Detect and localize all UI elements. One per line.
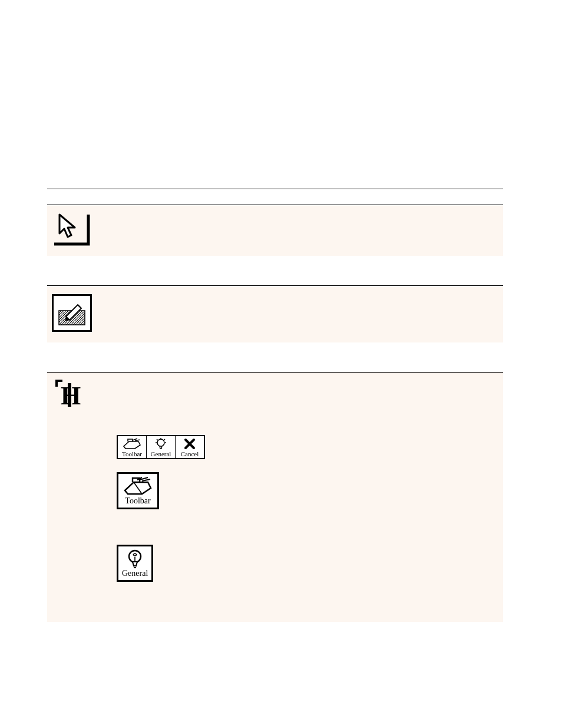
svg-point-4 — [157, 439, 164, 446]
big-button-label: General — [122, 569, 148, 578]
spacer — [47, 256, 503, 285]
toolbar-button-label: General — [151, 450, 171, 457]
spacer — [52, 416, 498, 433]
preferences-icon[interactable]: H — [55, 380, 91, 414]
spacer — [47, 189, 503, 205]
spacer — [52, 514, 498, 541]
toolbar-button-label: Cancel — [181, 450, 199, 457]
document-page: H Toolbar — [0, 0, 562, 657]
big-button-general[interactable]: General — [117, 545, 153, 582]
section-pointer-tool — [47, 205, 503, 256]
section-pencil-tool — [47, 286, 503, 342]
preferences-toolbar: Toolbar General Cancel — [117, 435, 205, 459]
svg-rect-3 — [68, 383, 71, 407]
spacer — [47, 342, 503, 372]
section-preferences: H Toolbar — [47, 373, 503, 622]
toolbar-button-cancel[interactable]: Cancel — [176, 436, 204, 458]
pencil-tool-button[interactable] — [52, 294, 92, 332]
toolbar-button-toolbar[interactable]: Toolbar — [118, 436, 147, 458]
toolbox-icon — [122, 476, 154, 496]
big-button-label: Toolbar — [125, 496, 150, 506]
cancel-x-icon — [184, 437, 196, 450]
big-button-toolbar[interactable]: Toolbar — [117, 472, 159, 509]
cursor-arrow-icon — [58, 213, 79, 239]
pointer-tool-icon[interactable] — [52, 212, 91, 246]
toolbox-icon — [122, 437, 142, 450]
blank-top-space — [47, 35, 503, 189]
toolbar-button-label: Toolbar — [122, 450, 142, 457]
spacer — [52, 465, 498, 469]
lightbulb-icon — [154, 437, 168, 450]
preferences-glyph: H — [61, 382, 85, 413]
lightbulb-icon — [123, 549, 147, 569]
pencil-tool-icon — [58, 300, 86, 326]
toolbar-button-general[interactable]: General — [147, 436, 176, 458]
